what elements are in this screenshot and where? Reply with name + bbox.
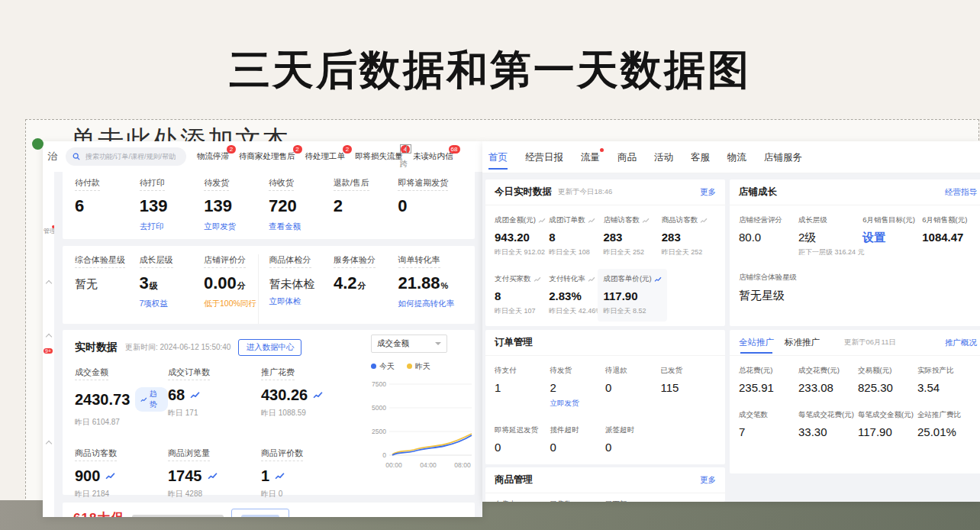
tab-standard-promo[interactable]: 标准推广 (785, 330, 820, 355)
yesterday-line (392, 434, 472, 454)
trend-icon (538, 218, 546, 224)
notification-dot (600, 148, 604, 152)
realtime-chart-block: 成交金额 今天 昨天 7500 5000 2500 0 (371, 334, 473, 476)
left-dashboard-content: 待付款 6 待打印 139 去打印 待发货 139 立即发货 待收货 720 查… (54, 172, 482, 517)
promotion-card: 全站推广 标准推广 更新于06月11日 推广概况 总花费(元) 235.91 成… (730, 330, 980, 473)
badge: 2 (343, 145, 352, 154)
stat-to-ship: 待发货 139 立即发货 (204, 177, 269, 239)
todo-stats-card: 待付款 6 待打印 139 去打印 待发货 139 立即发货 待收货 720 查… (63, 168, 475, 239)
ship-now-link[interactable]: 立即发货 (204, 221, 236, 232)
stat-shipped: 已发货 115 (661, 366, 717, 409)
stat-growth-level: 成长层级 3级 7项权益 (140, 254, 205, 324)
banner-join-button[interactable] (231, 509, 289, 517)
search-bar[interactable] (66, 147, 186, 166)
trend-badge[interactable]: 趋势 (135, 387, 168, 412)
go-print-link[interactable]: 去打印 (140, 221, 164, 232)
promo-overview-link[interactable]: 推广概况 (945, 338, 977, 348)
bullet-dot (32, 138, 44, 150)
stat-pay-conversion: 支付转化率 2.83% 昨日全天 42.46% (549, 274, 603, 316)
tab-activities[interactable]: 活动 (654, 141, 673, 173)
tab-shop-services[interactable]: 店铺服务 (764, 141, 802, 173)
promo-618-label: 618大促 (73, 509, 124, 518)
left-dashboard-screenshot: 治 物流停滞2 待商家处理售后2 待处理工单2 即将损失流量4 未读站内信68 … (43, 141, 482, 517)
search-input[interactable] (84, 152, 177, 161)
data-center-button[interactable]: 进入数据中心 (238, 339, 301, 356)
svg-text:7500: 7500 (372, 380, 386, 388)
chevron-up-icon[interactable] (47, 334, 51, 341)
order-management-card: 订单管理 待支付 1 待发货 2 立即发货 待退款 0 (485, 330, 725, 464)
chevron-up-icon[interactable] (47, 280, 51, 287)
chart-legend: 今天 昨天 (371, 361, 473, 372)
nav-traffic-loss[interactable]: 即将损失流量4 (355, 151, 403, 162)
stat-to-print: 待打印 139 去打印 (140, 177, 205, 239)
realtime-line-chart: 7500 5000 2500 0 00:00 04:00 08:00 (371, 375, 473, 473)
below-peers-link[interactable]: 低于100%同行 (204, 299, 256, 309)
svg-text:00:00: 00:00 (385, 461, 402, 469)
metric-select[interactable]: 成交金额 (371, 334, 447, 353)
tab-sitewide-promo[interactable]: 全站推广 (739, 330, 774, 355)
right-dashboard-screenshot: 首页 经营日报 流量 商品 活动 客服 物流 店铺服务 今日实时数据 更新于今日… (482, 141, 980, 502)
trend-icon[interactable] (105, 472, 115, 480)
stat-monthly-sales: 6月销售额(元) 1084.47 (922, 215, 977, 257)
today-realtime-card: 今日实时数据 更新于今日18:46 更多 成团金额(元) 943.20 昨日全天… (485, 179, 725, 326)
operation-guide-link[interactable]: 经营指导 (945, 187, 977, 198)
stat-product-check: 商品体检分 暂未体检 立即体检 (258, 254, 334, 324)
trend-icon (700, 218, 708, 224)
trend-icon[interactable] (208, 472, 218, 480)
more-link[interactable]: 更多 (700, 475, 716, 486)
tab-products[interactable]: 商品 (617, 141, 637, 173)
metric-product-views: 商品浏览量 1745 昨日 4288 (168, 448, 261, 499)
nav-pending-aftersale[interactable]: 待商家处理售后2 (239, 151, 295, 162)
set-target-link[interactable]: 设置 (862, 231, 885, 243)
legend-yesterday[interactable]: 昨天 (407, 361, 430, 372)
trend-icon (642, 218, 650, 224)
tab-daily-report[interactable]: 经营日报 (525, 141, 563, 173)
promo-banner[interactable]: 618大促 (63, 503, 475, 517)
metric-gmv: 成交金额 2430.73 趋势 昨日 6104.87 (75, 367, 168, 428)
legend-today[interactable]: 今天 (371, 361, 395, 372)
benefits-link[interactable]: 7项权益 (140, 299, 168, 309)
metric-ad-spend: 推广花费 430.26 昨日 1088.59 (261, 367, 354, 428)
badge: 2 (227, 145, 236, 154)
trend-icon[interactable] (313, 391, 323, 399)
trend-icon[interactable] (190, 391, 200, 399)
stat-paying-buyers: 支付买家数 8 昨日全天 107 (495, 274, 549, 316)
check-now-link[interactable]: 立即体检 (269, 296, 301, 307)
stat-group-orders: 成团订单数 8 昨日全天 108 (549, 215, 603, 257)
stat-delay-ship: 即将延迟发货 0 (495, 425, 550, 453)
goods-management-card: 商品管理 更多 在售中 已售数 已下架 (485, 467, 725, 502)
search-icon (73, 153, 80, 160)
metric-product-visitors: 商品访客数 900 昨日 2184 (75, 448, 168, 499)
nav-logistics-stalled[interactable]: 物流停滞2 (197, 151, 229, 162)
badge: 2 (293, 145, 302, 154)
ship-now-link[interactable]: 立即发货 (550, 399, 579, 409)
stat-amount-per-deal: 每笔成交金额(元) 117.90 (858, 410, 917, 438)
banner-text-blur (132, 515, 224, 517)
sidebar-count-badge: 9+ (44, 347, 53, 355)
trend-icon[interactable] (275, 472, 285, 480)
stat-deal-spend: 成交花费(元) 233.08 (798, 366, 858, 393)
svg-text:5000: 5000 (372, 404, 386, 412)
view-amount-link[interactable]: 查看金额 (269, 221, 301, 232)
tab-traffic[interactable]: 流量 (581, 141, 600, 173)
tab-customer-service[interactable]: 客服 (691, 141, 710, 173)
stat-cost-per-deal: 每笔成交花费(元) 33.30 (798, 410, 858, 438)
svg-text:04:00: 04:00 (420, 461, 437, 469)
chevron-up-icon[interactable] (47, 441, 51, 448)
nav-pending-tickets[interactable]: 待处理工单2 (305, 151, 346, 162)
stat-delivery-timeout: 派签超时 0 (605, 425, 661, 453)
right-dashboard-content: 今日实时数据 更新于今日18:46 更多 成团金额(元) 943.20 昨日全天… (482, 173, 980, 502)
apps-grid-icon[interactable] (400, 144, 411, 154)
improve-conversion-link[interactable]: 如何提高转化率 (398, 299, 455, 309)
today-dot-icon (371, 364, 376, 369)
tab-logistics[interactable]: 物流 (727, 141, 746, 173)
shop-growth-card: 店铺成长 经营指导 店铺经营评分 80.0 成长层级 2级 距下一层级 316.… (730, 179, 980, 326)
left-sidebar-strip: 管理 9+ (43, 172, 54, 517)
page-title: 三天后数据和第一天数据图 (0, 43, 980, 99)
stat-on-sale: 在售中 (495, 499, 550, 502)
stat-to-refund: 待退款 0 (605, 366, 661, 409)
tab-home[interactable]: 首页 (488, 141, 508, 173)
stat-deal-count: 成交笔数 7 (739, 410, 798, 438)
more-link[interactable]: 更多 (700, 187, 716, 198)
svg-text:0: 0 (382, 451, 386, 459)
